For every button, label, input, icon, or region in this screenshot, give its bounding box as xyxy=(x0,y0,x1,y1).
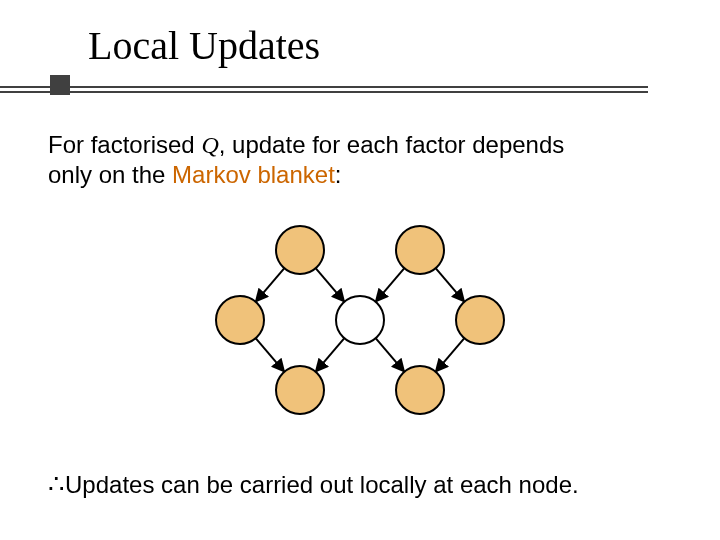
title-rule-top xyxy=(0,86,648,88)
edge-p1-c xyxy=(316,268,345,302)
edge-c-g2 xyxy=(376,338,405,372)
diagram-nodes xyxy=(216,226,504,414)
body-line-1: For factorised Q, update for each factor… xyxy=(48,130,564,160)
text-frag: only on the xyxy=(48,161,172,188)
conclusion-text: Updates can be carried out locally at ea… xyxy=(65,471,579,498)
node-c xyxy=(336,296,384,344)
text-frag: , update for each factor depends xyxy=(219,131,565,158)
edge-p2-c xyxy=(376,268,405,302)
edge-s2-g2 xyxy=(436,338,465,372)
conclusion-line: ∴Updates can be carried out locally at e… xyxy=(48,469,579,500)
edge-p1-s1 xyxy=(256,268,285,302)
text-frag: : xyxy=(335,161,342,188)
title-area: Local Updates xyxy=(0,0,720,100)
markov-blanket-diagram xyxy=(170,220,550,420)
slide-title: Local Updates xyxy=(88,22,320,69)
edge-p2-s2 xyxy=(436,268,465,302)
node-s1 xyxy=(216,296,264,344)
node-p2 xyxy=(396,226,444,274)
node-g2 xyxy=(396,366,444,414)
node-p1 xyxy=(276,226,324,274)
title-rule-bottom xyxy=(0,91,648,93)
node-g1 xyxy=(276,366,324,414)
text-frag: For factorised xyxy=(48,131,201,158)
q-variable: Q xyxy=(201,132,218,158)
node-s2 xyxy=(456,296,504,344)
edge-c-g1 xyxy=(316,338,345,372)
edge-s1-g1 xyxy=(256,338,285,372)
markov-blanket-term: Markov blanket xyxy=(172,161,335,188)
body-line-2: only on the Markov blanket: xyxy=(48,160,342,190)
therefore-symbol: ∴ xyxy=(48,470,65,499)
